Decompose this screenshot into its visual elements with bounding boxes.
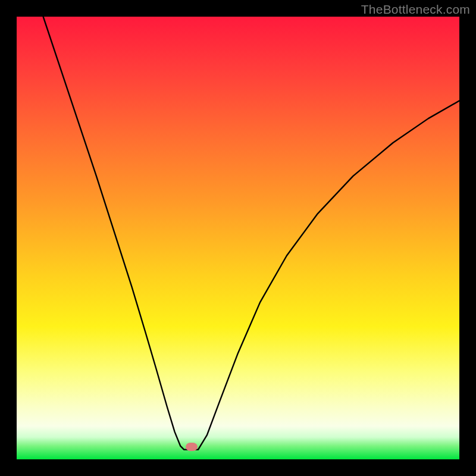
watermark-text: TheBottleneck.com	[361, 2, 470, 17]
curve-path	[43, 17, 459, 450]
optimum-marker-icon	[186, 443, 198, 451]
bottleneck-curve	[17, 17, 459, 459]
plot-area	[17, 17, 459, 459]
